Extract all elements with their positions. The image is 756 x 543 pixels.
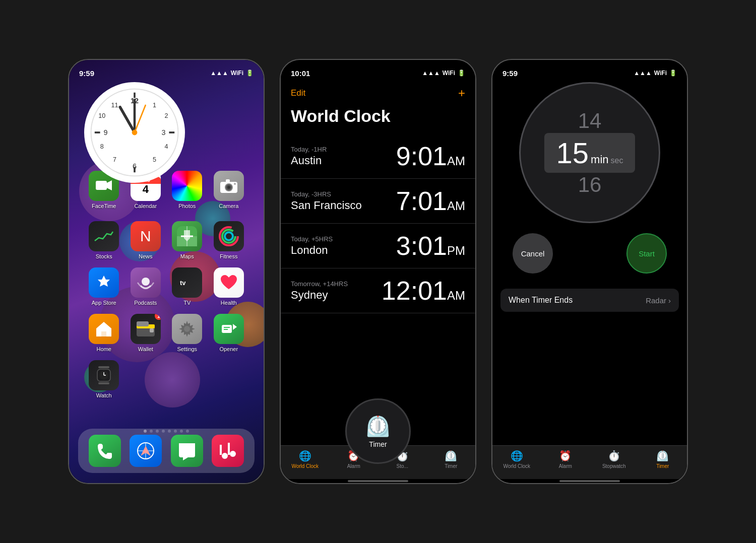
tab-alarm-timer[interactable]: ⏰ Alarm — [541, 450, 590, 469]
app-podcasts[interactable]: Podcasts — [129, 267, 163, 306]
signal-icon: ▲▲▲ — [210, 70, 228, 77]
dock-safari[interactable] — [130, 435, 162, 467]
screenshots-container: 9:59 ▲▲▲ WiFi 🔋 — [0, 0, 756, 543]
svg-text:2: 2 — [164, 112, 168, 119]
tab-timer[interactable]: ⏲️ Timer — [427, 450, 476, 469]
start-label: Start — [639, 249, 655, 258]
wc-header: Edit + — [281, 82, 475, 106]
london-time: 3:01 — [396, 231, 447, 261]
london-ampm: PM — [447, 244, 465, 258]
app-grid-row3: App Store Podcasts — [78, 263, 255, 310]
svg-text:tv: tv — [180, 279, 186, 287]
cal-date: 4 — [143, 184, 149, 195]
wc-tab-label-timer: World Clock — [503, 463, 530, 469]
stocks-icon — [89, 221, 119, 251]
dock-messages[interactable] — [171, 435, 203, 467]
timer-controls: Cancel Start — [492, 223, 687, 284]
fitness-svg — [218, 225, 240, 247]
timer-icon-active: ⏲️ — [656, 450, 669, 462]
timer-circle-icon: ⏲️ — [365, 415, 391, 438]
app-watch[interactable]: Watch — [87, 360, 121, 398]
watch-icon — [89, 360, 119, 390]
timer-tab-icon: ⏲️ — [445, 450, 457, 462]
health-svg — [219, 274, 238, 291]
timer-start-button[interactable]: Start — [626, 233, 667, 274]
wc-add-button[interactable]: + — [458, 86, 465, 100]
app-settings[interactable]: Settings — [170, 314, 204, 352]
timer-num-below: 16 — [578, 173, 602, 197]
sydney-city: Sydney — [291, 289, 348, 302]
app-news[interactable]: N News — [129, 221, 163, 259]
health-icon — [214, 267, 244, 298]
svg-rect-51 — [98, 366, 109, 368]
wc-title: World Clock — [281, 106, 475, 134]
world-clock-screen: 10:01 ▲▲▲ WiFi 🔋 Edit + World Clock — [281, 60, 475, 483]
dock-music[interactable] — [212, 435, 244, 467]
tab-stopwatch-timer[interactable]: ⏱️ Stopwatch — [590, 450, 639, 469]
tab-worldclock-timer[interactable]: 🌐 World Clock — [492, 450, 541, 469]
app-maps[interactable]: Maps — [170, 221, 204, 259]
status-icons-wc: ▲▲▲ WiFi 🔋 — [422, 70, 465, 77]
settings-label: Settings — [177, 346, 197, 352]
svg-point-37 — [142, 278, 150, 286]
app-stocks[interactable]: Stocks — [87, 221, 121, 259]
wc-item-london: Today, +5HRS London 3:01 PM — [281, 224, 475, 268]
timer-cancel-button[interactable]: Cancel — [513, 233, 553, 274]
sydney-ampm: AM — [447, 289, 465, 303]
timer-circle-label: Timer — [369, 440, 387, 448]
alarm-tab-label: Alarm — [347, 463, 360, 469]
wallet-svg — [136, 320, 156, 337]
dock-phone[interactable] — [89, 435, 121, 467]
austin-ampm: AM — [447, 154, 465, 168]
app-home[interactable]: Home — [87, 314, 121, 352]
wc-edit-button[interactable]: Edit — [291, 88, 305, 98]
app-camera[interactable]: Camera — [212, 171, 246, 209]
dock-messages-icon — [171, 435, 203, 467]
camera-svg — [220, 178, 238, 193]
svg-point-62 — [222, 453, 228, 459]
timer-spacer — [492, 317, 687, 445]
timer-circle-button[interactable]: ⏲️ Timer — [345, 398, 411, 464]
settings-svg — [177, 319, 197, 339]
svg-point-20 — [132, 130, 138, 135]
svg-text:6: 6 — [133, 162, 137, 170]
tab-worldclock[interactable]: 🌐 World Clock — [281, 450, 330, 469]
alarm-icon-timer-screen: ⏰ — [559, 450, 572, 462]
timer-drum-circle[interactable]: 14 15 min sec 16 — [519, 82, 660, 223]
phone-frame-worldclock: 10:01 ▲▲▲ WiFi 🔋 Edit + World Clock — [280, 59, 476, 484]
svg-rect-65 — [220, 445, 222, 455]
app-opener[interactable]: Opener — [212, 314, 246, 352]
tab-timer-active[interactable]: ⏲️ Timer — [639, 450, 687, 469]
app-health[interactable]: Health — [212, 267, 246, 306]
status-icons-home: ▲▲▲ WiFi 🔋 — [210, 70, 254, 77]
clock-widget[interactable]: 12 3 6 9 1 2 4 5 7 8 10 11 — [84, 82, 185, 183]
timer-when-ends-row[interactable]: When Timer Ends Radar › — [500, 289, 679, 312]
svg-rect-44 — [150, 328, 154, 332]
stopwatch-tab-label-timer: Stopwatch — [602, 463, 626, 469]
app-fitness[interactable]: Fitness — [212, 221, 246, 259]
tab-bar-timer: 🌐 World Clock ⏰ Alarm ⏱️ Stopwatch ⏲️ Ti… — [492, 445, 687, 479]
wc-item-sanfrancisco: Today, -3HRS San Francisco 7:01 AM — [281, 179, 475, 224]
messages-svg — [177, 441, 197, 460]
stopwatch-icon-timer-screen: ⏱️ — [608, 450, 620, 462]
status-time-wc: 10:01 — [291, 69, 310, 78]
stocks-svg — [94, 229, 114, 244]
svg-rect-64 — [228, 443, 230, 455]
app-wallet[interactable]: 1 Wallet — [129, 314, 163, 352]
maps-svg — [177, 226, 197, 246]
home-svg — [94, 319, 113, 338]
app-appstore[interactable]: App Store — [87, 267, 121, 306]
austin-city: Austin — [291, 154, 327, 167]
facetime-label: FaceTime — [92, 203, 116, 209]
wallet-icon: 1 — [131, 314, 161, 344]
wifi-icon-wc: WiFi — [443, 70, 455, 77]
home-indicator-wc — [281, 479, 475, 483]
calendar-label: Calendar — [134, 203, 157, 209]
app-appletv[interactable]: tv TV — [170, 267, 204, 306]
battery-icon-timer: 🔋 — [669, 70, 677, 77]
photos-label: Photos — [178, 203, 196, 209]
timer-num-selected: 15 min sec — [544, 133, 636, 173]
appstore-icon — [89, 267, 119, 298]
dock-safari-icon — [130, 435, 162, 467]
watch-label: Watch — [96, 392, 112, 398]
